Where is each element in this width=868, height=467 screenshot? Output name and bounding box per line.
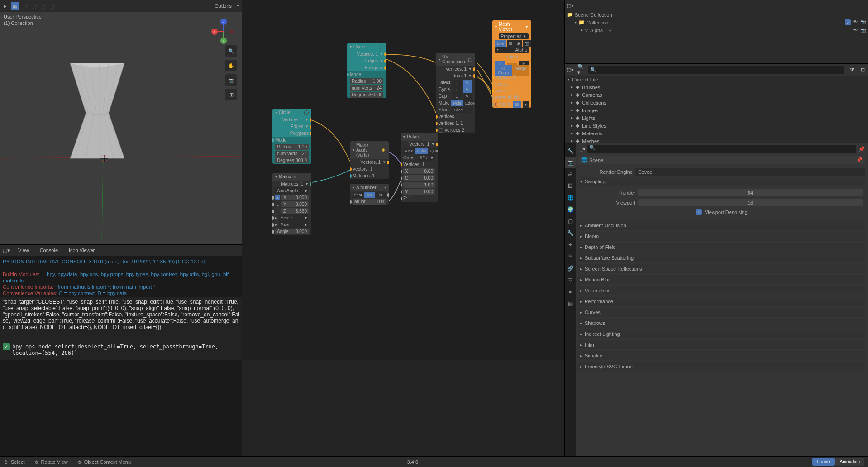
- current-file-item[interactable]: ▸◆Collections: [565, 99, 868, 106]
- linestyle-icon: ◆: [576, 123, 579, 129]
- cursor-tool-icon[interactable]: ▸: [2, 2, 9, 10]
- status-context: 🖱 Object Context Menu: [77, 459, 131, 465]
- mode-icon-5[interactable]: ⬚: [48, 2, 55, 10]
- node-circle-1[interactable]: ▾Circle Vertices. 1▼ Edges▼ Polygons Mod…: [347, 43, 386, 98]
- mode-icon-3[interactable]: ⬚: [30, 2, 37, 10]
- render-engine-field: Render Engine Eevee: [578, 167, 865, 177]
- outliner-row-scene[interactable]: 📁 Scene Collection: [565, 11, 868, 19]
- filter-icon-2[interactable]: ⊞: [859, 66, 866, 73]
- collection-enable-checkbox[interactable]: ✓: [845, 19, 851, 25]
- tab-render[interactable]: 📷: [565, 157, 576, 168]
- tab-particle[interactable]: ✦: [565, 239, 576, 251]
- mode-icon-2[interactable]: ⬚: [21, 2, 28, 10]
- tab-modifier[interactable]: 🔧: [565, 227, 576, 239]
- viewport-denoising-checkbox[interactable]: ✓: [696, 209, 702, 215]
- mode-icon-4[interactable]: ⬚: [39, 2, 46, 10]
- outliner-row-alpha[interactable]: ▸ ▽ Alpha ▽ 👁📷: [565, 26, 868, 34]
- camera-tool-icon[interactable]: 📷: [225, 74, 237, 86]
- current-file-item[interactable]: ▸◆Materials: [565, 129, 868, 137]
- mouse-left-icon: 🖱: [4, 459, 9, 465]
- search-icon: 🔍: [590, 67, 596, 73]
- tab-view[interactable]: 🖼: [565, 180, 576, 192]
- tab-world[interactable]: 🌍: [565, 204, 576, 215]
- render-icon[interactable]: 📷: [860, 28, 866, 33]
- outliner-type-icon[interactable]: ⬚▾: [567, 2, 574, 9]
- tab-constraint[interactable]: 🔗: [565, 262, 576, 274]
- node-mesh-viewer[interactable]: ▾Mesh Viewer▼ Properties▼ Live▦◉📷 ▾Alpha…: [492, 20, 531, 108]
- console-menu-view[interactable]: View: [15, 247, 32, 254]
- scene-selector[interactable]: 🌐 Scene 📌: [578, 156, 865, 164]
- info-last-op[interactable]: ✓ bpy.ops.node.select(deselect_all=True,…: [0, 342, 242, 358]
- pan-tool-icon[interactable]: ✋: [225, 60, 237, 71]
- display-mode-icon[interactable]: ⬚▾: [567, 66, 574, 73]
- pin-icon[interactable]: 📌: [858, 145, 865, 152]
- console-banner: PYTHON INTERACTIVE CONSOLE 3.10.9 (main,…: [3, 258, 239, 265]
- outliner-search-input[interactable]: 🔍: [588, 66, 844, 74]
- node-editor[interactable]: ▾Circle Vertices. 1▼ Edges▼ Polygons Mod…: [242, 0, 564, 360]
- camera-icon: ◆: [576, 92, 579, 98]
- current-file-item[interactable]: ▸◆Cameras: [565, 91, 868, 99]
- tab-object[interactable]: ▢: [565, 215, 576, 227]
- eye-icon[interactable]: 👁: [852, 28, 858, 33]
- svg-text:Y: Y: [222, 39, 225, 43]
- tab-tool[interactable]: 🔧: [565, 145, 576, 157]
- status-bar: 🖱 Select 🖱 Rotate View 🖱 Object Context …: [0, 456, 868, 467]
- scene-collection-icon: 📁: [567, 12, 573, 18]
- current-file-item[interactable]: ▸◆Images: [565, 106, 868, 114]
- zoom-tool-icon[interactable]: 🔍: [225, 45, 237, 57]
- properties-search-input[interactable]: 🔍: [587, 145, 856, 153]
- console-menu-console[interactable]: Console: [37, 247, 61, 254]
- search-icon: 🔍: [587, 145, 597, 150]
- tab-texture[interactable]: ▦: [565, 298, 576, 310]
- viewport-samples-input[interactable]: 16: [638, 199, 863, 206]
- perspective-tool-icon[interactable]: ⊞: [225, 89, 237, 100]
- console-menu-iconviewer[interactable]: Icon Viewer: [66, 247, 97, 254]
- status-rotate: 🖱 Rotate View: [34, 459, 68, 465]
- filter-icon[interactable]: 🔍▾: [577, 66, 585, 73]
- chevron-down-icon[interactable]: ▼: [236, 4, 240, 8]
- properties-editor: 🔧 📷 🖨 🖼 🌐 🌍 ▢ 🔧 ✦ ⚛ 🔗 ▽ ● ▦ ⬚▾ 🔍 �: [565, 143, 868, 467]
- render-engine-select[interactable]: Eevee: [635, 168, 865, 176]
- viewport-header: ▸ ▦ ⬚ ⬚ ⬚ ⬚ Options ▼: [0, 0, 242, 12]
- mesh-viewport-object[interactable]: [66, 59, 131, 163]
- node-matrix-apply[interactable]: ▾Matrix Apply (verts)⚡ Vectors. 1▼ Vecto…: [350, 141, 389, 179]
- panel-freestyle-svg-export: ▸Freestyle SVG Export: [578, 362, 865, 371]
- tab-material[interactable]: ●: [565, 286, 576, 298]
- mouse-right-icon: 🖱: [77, 459, 82, 465]
- panel-shadows: ▸Shadows: [578, 319, 865, 328]
- tab-scene[interactable]: 🌐: [565, 192, 576, 204]
- tab-output[interactable]: 🖨: [565, 168, 576, 180]
- eye-icon[interactable]: 👁: [852, 19, 858, 25]
- render-icon[interactable]: 📷: [860, 19, 866, 25]
- animation-button[interactable]: Animation: [835, 458, 864, 466]
- node-a-number[interactable]: ▾A Number• floatint⚙ an int108: [350, 184, 389, 205]
- current-file-item[interactable]: ▸◆Line Styles: [565, 122, 868, 129]
- render-samples-input[interactable]: 64: [638, 189, 863, 196]
- properties-tabs: 🔧 📷 🖨 🖼 🌐 🌍 ▢ 🔧 ✦ ⚛ 🔗 ▽ ● ▦: [565, 143, 576, 467]
- outliner-row-collection[interactable]: ▾ 📁 Collection ✓👁📷: [565, 19, 868, 26]
- console-type-icon[interactable]: ⬚▾: [3, 247, 10, 254]
- node-matrix-in[interactable]: ▾Matrix In Matrices. 1▼ Axis Angle▾ ▲X0.…: [272, 173, 311, 235]
- viewport-info: User Perspective (1) Collection: [4, 14, 42, 26]
- current-file-item[interactable]: ▸◆Lights: [565, 114, 868, 122]
- current-file-panel: ⬚▾ 🔍▾ 🔍 ⧩ ⊞ ▾Current File ▸◆Brushes▸◆Cam…: [565, 63, 868, 143]
- node-rotate[interactable]: ▾Rotate Vectors. 1▼ AxisEulerQuat Order:…: [401, 133, 438, 202]
- current-file-item[interactable]: ▸◆Brushes: [565, 83, 868, 91]
- select-mode-icon[interactable]: ▦: [11, 2, 19, 10]
- options-menu[interactable]: Options: [212, 2, 234, 10]
- frame-button[interactable]: Frame: [812, 458, 835, 466]
- panel-curves: ▸Curves: [578, 308, 865, 317]
- node-circle-2[interactable]: ▾Circle Vertices. 1▼ Edges▼ Polygons Mod…: [272, 109, 311, 164]
- node-uv-connection[interactable]: ▾UV Connection⬚ vertices. 1▼ data. 1▼ Di…: [436, 53, 475, 133]
- panel-indirect-lighting: ▸Indirect Lighting: [578, 329, 865, 338]
- tab-data[interactable]: ▽: [565, 274, 576, 286]
- status-version: 3.4.0: [407, 459, 418, 465]
- navigation-gizmo[interactable]: Z X Y: [210, 18, 237, 45]
- prop-type-icon[interactable]: ⬚▾: [578, 145, 586, 152]
- pin-icon[interactable]: 📌: [856, 157, 863, 163]
- outliner[interactable]: ⬚▾ 📁 Scene Collection ▾ 📁 Collection ✓👁📷…: [565, 0, 868, 63]
- viewport-3d[interactable]: ▸ ▦ ⬚ ⬚ ⬚ ⬚ Options ▼ User Perspective (…: [0, 0, 242, 244]
- current-file-header[interactable]: ▾Current File: [565, 76, 868, 83]
- tab-physics[interactable]: ⚛: [565, 251, 576, 262]
- funnel-icon[interactable]: ⧩: [848, 66, 855, 73]
